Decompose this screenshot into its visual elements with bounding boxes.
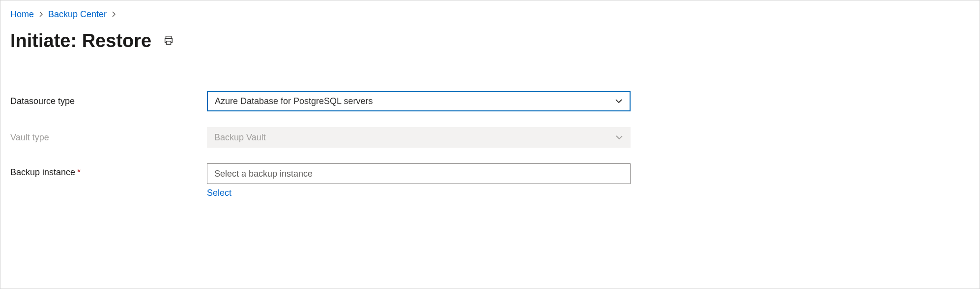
page-title: Initiate: Restore <box>10 30 151 52</box>
print-icon[interactable] <box>163 35 174 48</box>
breadcrumb-backup-center-link[interactable]: Backup Center <box>48 9 107 20</box>
chevron-right-icon <box>112 11 116 19</box>
vault-type-select: Backup Vault <box>207 127 631 148</box>
select-backup-instance-link[interactable]: Select <box>207 188 231 198</box>
required-indicator: * <box>77 167 81 177</box>
backup-instance-label: Backup instance* <box>10 163 207 178</box>
datasource-type-select[interactable]: Azure Database for PostgreSQL servers <box>207 91 631 111</box>
backup-instance-input[interactable]: Select a backup instance <box>207 163 631 184</box>
vault-type-label: Vault type <box>10 132 207 143</box>
vault-type-value: Backup Vault <box>214 132 266 143</box>
chevron-down-icon <box>615 133 623 141</box>
breadcrumb: Home Backup Center <box>10 9 970 20</box>
chevron-down-icon <box>615 97 623 105</box>
svg-rect-1 <box>167 41 171 44</box>
backup-instance-placeholder: Select a backup instance <box>214 169 313 179</box>
breadcrumb-home-link[interactable]: Home <box>10 9 34 20</box>
chevron-right-icon <box>39 11 43 19</box>
datasource-type-label: Datasource type <box>10 96 207 106</box>
datasource-type-value: Azure Database for PostgreSQL servers <box>215 96 373 106</box>
